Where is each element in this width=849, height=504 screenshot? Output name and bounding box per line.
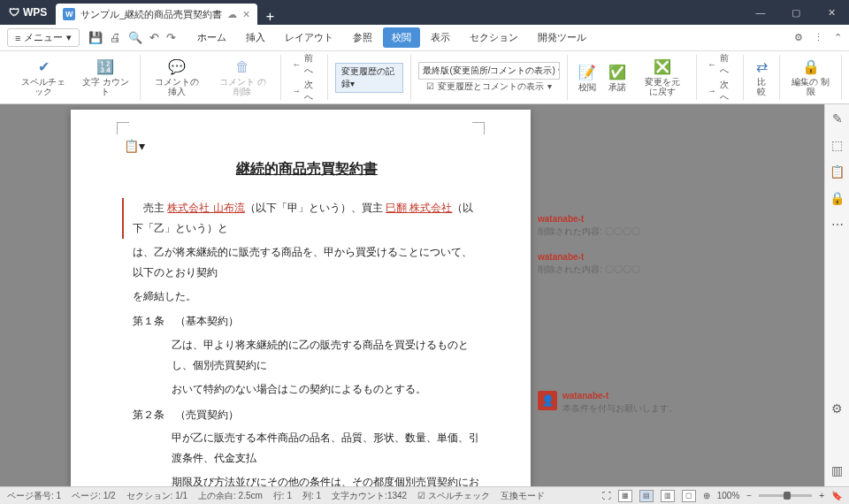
menu-right: ⚙ ⋮ ⌃ bbox=[794, 32, 842, 43]
spellcheck-icon: ✔ bbox=[38, 58, 50, 75]
zoom-thumb[interactable] bbox=[784, 492, 791, 500]
view-read-button[interactable]: ▢ bbox=[682, 490, 696, 502]
tracked-delete: 巳翻 株式会社 bbox=[386, 202, 452, 214]
show-changes-dropdown[interactable]: ☑ 変更履歴とコメントの表示▾ bbox=[423, 80, 555, 94]
minimize-button[interactable]: ― bbox=[743, 0, 778, 25]
view-outline-button[interactable]: ▥ bbox=[661, 490, 675, 502]
tab-layout[interactable]: レイアウト bbox=[276, 27, 342, 48]
view-web-button[interactable]: ▤ bbox=[639, 490, 654, 502]
close-icon[interactable]: × bbox=[242, 8, 249, 20]
tab-title: サンプル_継続的商品売買契約書 bbox=[80, 8, 222, 21]
accept-icon: ✅ bbox=[608, 64, 626, 80]
kebab-icon[interactable]: ⋮ bbox=[814, 32, 823, 43]
close-button[interactable]: ✕ bbox=[814, 0, 849, 25]
wps-shield-icon: 🛡 bbox=[9, 6, 19, 19]
insert-comment-button[interactable]: 💬コメントの挿入 bbox=[148, 57, 207, 98]
tab-home[interactable]: ホーム bbox=[188, 27, 235, 48]
zoom-value[interactable]: 100% bbox=[717, 491, 740, 500]
comment-text: 削除された内容: 〇〇〇〇 bbox=[538, 225, 706, 238]
ribbon: ✔スペルチェック 🔢文字 カウント 💬コメントの挿入 🗑コメント の削除 ← 前… bbox=[0, 51, 849, 104]
add-tab-button[interactable]: + bbox=[257, 9, 283, 25]
reject-button[interactable]: ❎変更を元 に戻す bbox=[635, 57, 689, 98]
save-icon[interactable]: 💾 bbox=[88, 31, 103, 44]
next-change-button[interactable]: → 次へ bbox=[704, 78, 736, 104]
wordcount-icon: 🔢 bbox=[96, 58, 114, 75]
doc-icon: W bbox=[63, 8, 75, 20]
review-button[interactable]: 📝校閲 bbox=[575, 62, 600, 94]
status-col[interactable]: 列: 1 bbox=[302, 490, 321, 502]
next-comment-button[interactable]: → 次へ bbox=[288, 78, 320, 104]
menu-row: ≡ メニュー ▾ 💾 🖨 🔍 ↶ ↷ ホーム 挿入 レイアウト 参照 校閲 表示… bbox=[0, 25, 849, 51]
restrict-button[interactable]: 🔒編集の 制限 bbox=[787, 57, 834, 98]
prev-change-button[interactable]: ← 前へ bbox=[704, 51, 736, 78]
track-changes-button[interactable]: 変更履歴の記録▾ bbox=[335, 63, 403, 93]
margin-corner bbox=[472, 122, 485, 134]
fullscreen-icon[interactable]: ⛶ bbox=[602, 491, 611, 500]
compare-icon: ⇄ bbox=[756, 58, 768, 75]
document-tab[interactable]: W サンプル_継続的商品売買契約書 ☁ × bbox=[56, 4, 256, 25]
prev-comment-button[interactable]: ← 前へ bbox=[288, 51, 320, 78]
zoom-slider[interactable] bbox=[759, 494, 812, 497]
quick-access: 💾 🖨 🔍 ↶ ↷ bbox=[88, 31, 176, 44]
doc-title: 継続的商品売買契約書 bbox=[133, 156, 481, 182]
tab-review[interactable]: 校閲 bbox=[383, 27, 420, 48]
status-pageno[interactable]: ページ番号: 1 bbox=[7, 490, 61, 502]
menu-dropdown[interactable]: ≡ メニュー ▾ bbox=[7, 28, 80, 47]
pencil-icon[interactable]: ✎ bbox=[832, 111, 843, 126]
tab-section[interactable]: セクション bbox=[461, 27, 527, 48]
ribbon-tabs: ホーム 挿入 レイアウト 参照 校閲 表示 セクション 開発ツール bbox=[188, 27, 595, 48]
revision-balloon[interactable]: watanabe-t 削除された内容: 〇〇〇〇 bbox=[538, 252, 706, 276]
fit-icon[interactable]: ⊕ bbox=[703, 491, 710, 500]
redo-icon[interactable]: ↷ bbox=[166, 31, 176, 44]
spellcheck-button[interactable]: ✔スペルチェック bbox=[14, 57, 73, 98]
status-page[interactable]: ページ: 1/2 bbox=[72, 490, 115, 502]
undo-icon[interactable]: ↶ bbox=[149, 31, 159, 44]
content-area: 📋▾ 継続的商品売買契約書 売主 株式会社 山布流（以下「甲」という）、買主 巳… bbox=[0, 104, 824, 486]
lock-icon: 🔒 bbox=[802, 58, 820, 75]
lock-rail-icon[interactable]: 🔒 bbox=[830, 191, 845, 205]
zoom-in-button[interactable]: + bbox=[819, 491, 824, 500]
accept-button[interactable]: ✅承諾 bbox=[605, 62, 630, 94]
settings-icon[interactable]: ⚙ bbox=[831, 401, 843, 416]
wordcount-button[interactable]: 🔢文字 カウント bbox=[79, 57, 133, 98]
bookmark-icon[interactable]: 🔖 bbox=[831, 491, 842, 500]
compare-button[interactable]: ⇄比較 bbox=[751, 57, 772, 98]
delete-comment-button[interactable]: 🗑コメント の削除 bbox=[212, 57, 273, 98]
comment-icon: 💬 bbox=[168, 58, 186, 75]
zoom-out-button[interactable]: − bbox=[746, 491, 752, 500]
comment-author: watanabe-t bbox=[562, 391, 706, 401]
clipboard-icon[interactable]: 📋 bbox=[830, 164, 845, 179]
select-icon[interactable]: ⬚ bbox=[831, 138, 843, 152]
display-mode-dropdown[interactable]: 最終版(変更箇所/コメントの表示) ▾ bbox=[418, 62, 560, 80]
tab-strip: W サンプル_継続的商品売買契約書 ☁ × + bbox=[56, 0, 283, 25]
tab-cloud-icon[interactable]: ☁ bbox=[227, 9, 237, 20]
view-print-button[interactable]: ▦ bbox=[618, 490, 632, 502]
tab-devtools[interactable]: 開発ツール bbox=[529, 27, 595, 48]
app-logo: 🛡WPS bbox=[0, 6, 56, 19]
tab-insert[interactable]: 挿入 bbox=[237, 27, 274, 48]
more-icon[interactable]: ⋯ bbox=[831, 218, 844, 232]
gear-icon[interactable]: ⚙ bbox=[794, 32, 803, 43]
layers-icon[interactable]: ▥ bbox=[831, 463, 843, 477]
titlebar: 🛡WPS W サンプル_継続的商品売買契約書 ☁ × + ― ▢ ✕ bbox=[0, 0, 849, 25]
status-spell[interactable]: ☑ スペルチェック bbox=[417, 490, 490, 502]
collapse-icon[interactable]: ⌃ bbox=[834, 32, 842, 43]
statusbar: ページ番号: 1 ページ: 1/2 セクション: 1/1 上の余白: 2.5cm… bbox=[0, 486, 849, 504]
paste-options-icon[interactable]: 📋▾ bbox=[124, 134, 145, 158]
status-charcount[interactable]: 文字カウント:1342 bbox=[332, 490, 407, 502]
document-page[interactable]: 📋▾ 継続的商品売買契約書 売主 株式会社 山布流（以下「甲」という）、買主 巳… bbox=[71, 110, 531, 486]
status-margin[interactable]: 上の余白: 2.5cm bbox=[198, 490, 263, 502]
print-icon[interactable]: 🖨 bbox=[110, 31, 121, 44]
tab-reference[interactable]: 参照 bbox=[344, 27, 381, 48]
comments-pane: watanabe-t 削除された内容: 〇〇〇〇 watanabe-t 削除され… bbox=[538, 214, 706, 415]
tab-view[interactable]: 表示 bbox=[422, 27, 459, 48]
revision-balloon[interactable]: watanabe-t 削除された内容: 〇〇〇〇 bbox=[538, 214, 706, 238]
status-line[interactable]: 行: 1 bbox=[273, 490, 292, 502]
maximize-button[interactable]: ▢ bbox=[778, 0, 814, 25]
status-section[interactable]: セクション: 1/1 bbox=[126, 490, 187, 502]
comment-card[interactable]: 👤 watanabe-t 本条件を付与お願いします。 bbox=[538, 391, 706, 415]
status-compat: 互換モード bbox=[501, 490, 545, 502]
chevron-down-icon: ▾ bbox=[66, 32, 72, 43]
preview-icon[interactable]: 🔍 bbox=[128, 31, 142, 44]
review-icon: 📝 bbox=[578, 64, 596, 80]
